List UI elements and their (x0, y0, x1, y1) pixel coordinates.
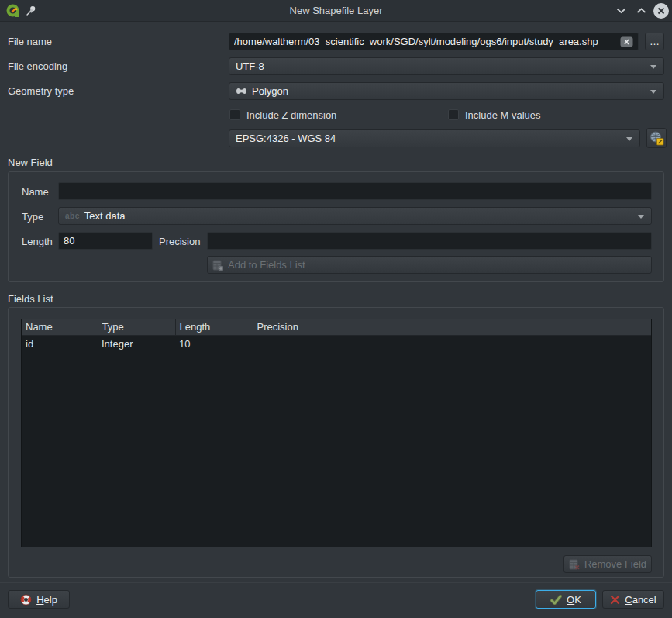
footer-separator (0, 582, 672, 583)
cancel-button-label: Cancel (625, 594, 656, 606)
include-m-checkbox[interactable] (448, 109, 459, 120)
close-icon[interactable] (653, 3, 669, 19)
chevron-down-icon (650, 90, 656, 94)
column-header-length[interactable]: Length (175, 319, 253, 335)
remove-field-button[interactable]: Remove Field (563, 555, 652, 573)
file-encoding-select[interactable]: UTF-8 (229, 57, 664, 75)
remove-attribute-icon (569, 559, 580, 570)
crs-value: EPSG:4326 - WGS 84 (236, 133, 336, 144)
geometry-type-select[interactable]: Polygon (229, 82, 664, 100)
include-z-checkbox[interactable] (229, 109, 240, 120)
new-attribute-icon (212, 260, 223, 271)
shade-chevron-down-icon[interactable] (616, 8, 626, 14)
new-field-group-title: New Field (8, 157, 53, 168)
add-to-fields-list-button[interactable]: Add to Fields List (207, 256, 652, 274)
help-button-label: Help (36, 594, 57, 606)
field-type-value: Text data (84, 210, 126, 222)
file-name-input[interactable]: /home/waltherm/03_scientific_work/SGD/sy… (229, 33, 639, 50)
fields-list-group-title: Fields List (8, 293, 53, 305)
add-to-fields-list-label: Add to Fields List (228, 259, 305, 271)
fields-table[interactable]: Name Type Length Precision idInteger10 (21, 319, 652, 547)
file-name-value: /home/waltherm/03_scientific_work/SGD/sy… (234, 36, 617, 47)
window-title: New Shapefile Layer (0, 0, 672, 22)
fields-table-header: Name Type Length Precision (22, 319, 651, 335)
column-header-name[interactable]: Name (22, 319, 98, 335)
file-name-label: File name (8, 36, 52, 47)
ok-button[interactable]: OK (536, 590, 596, 609)
ok-button-label: OK (567, 594, 581, 606)
select-crs-button[interactable] (646, 128, 667, 148)
file-encoding-value: UTF-8 (236, 60, 264, 72)
field-precision-input[interactable] (207, 232, 652, 250)
column-header-type[interactable]: Type (98, 319, 175, 335)
new-shapefile-layer-dialog: New Shapefile Layer File name /home/walt… (0, 0, 672, 618)
chevron-down-icon (650, 65, 656, 69)
geometry-type-label: Geometry type (8, 85, 74, 97)
ok-check-icon (550, 595, 562, 605)
geometry-type-value: Polygon (252, 85, 288, 97)
browse-button[interactable]: … (645, 33, 664, 50)
include-m-label: Include M values (465, 109, 541, 121)
field-name-input[interactable] (58, 182, 652, 200)
help-button[interactable]: Help (8, 590, 70, 609)
cancel-button[interactable]: Cancel (602, 590, 664, 609)
field-precision-label: Precision (159, 236, 200, 247)
cancel-x-icon (610, 595, 620, 605)
remove-field-label: Remove Field (584, 558, 646, 570)
shade-chevron-up-icon[interactable] (636, 8, 646, 14)
field-type-select[interactable]: abc Text data (58, 207, 652, 225)
column-header-precision[interactable]: Precision (253, 319, 651, 335)
text-data-abc-icon: abc (65, 212, 80, 220)
clear-text-icon[interactable] (620, 36, 633, 47)
crs-select[interactable]: EPSG:4326 - WGS 84 (229, 129, 640, 147)
titlebar[interactable]: New Shapefile Layer (0, 0, 672, 22)
polygon-icon (236, 86, 247, 96)
table-row[interactable]: idInteger10 (22, 335, 651, 352)
file-encoding-label: File encoding (8, 60, 67, 72)
field-type-label: Type (22, 211, 43, 223)
chevron-down-icon (638, 215, 644, 219)
browse-button-label: … (650, 36, 660, 47)
field-length-input[interactable] (58, 232, 153, 250)
crs-globe-edit-icon (649, 130, 664, 146)
include-z-label: Include Z dimension (246, 109, 336, 121)
chevron-down-icon (626, 137, 632, 141)
field-length-label: Length (22, 236, 53, 247)
field-name-label: Name (22, 186, 49, 198)
help-lifebuoy-icon (20, 594, 32, 606)
